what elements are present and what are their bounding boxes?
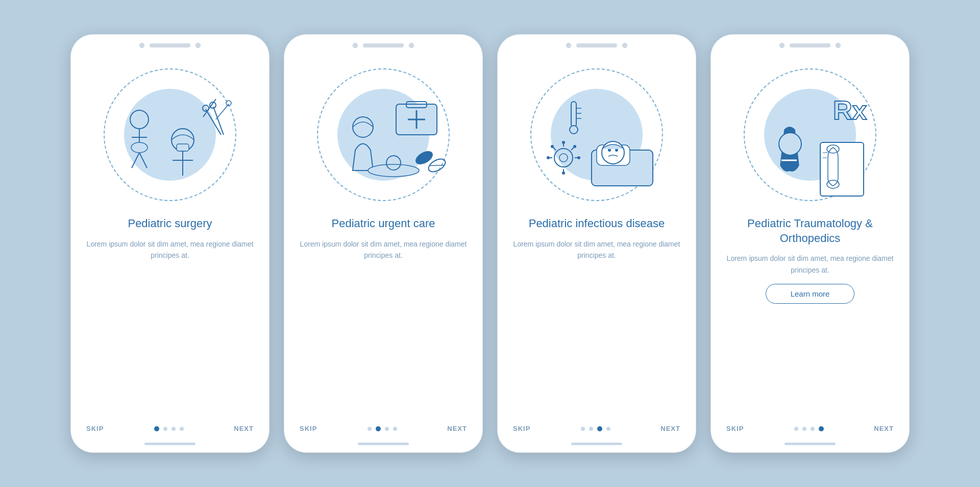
phone-1: Pediatric surgery Lorem ipsum dolor sit …: [70, 34, 270, 453]
learn-more-button[interactable]: Learn more: [766, 284, 855, 304]
phone-3: Pediatric infectious disease Lorem ipsum…: [497, 34, 696, 453]
speaker-2: [363, 43, 404, 47]
phone-bottom-3: SKIP NEXT: [498, 419, 696, 443]
home-indicator-3: [571, 443, 622, 445]
phone-top-bar-2: [284, 35, 482, 53]
next-button-2[interactable]: NEXT: [447, 425, 467, 432]
svg-line-44: [571, 148, 574, 150]
illustration-area-3: [515, 58, 678, 211]
phone-content-4: Pediatric Traumatology & Orthopedics Lor…: [711, 211, 909, 419]
svg-rect-7: [177, 144, 189, 151]
infectious-disease-illustration: [530, 68, 663, 201]
svg-line-26: [429, 159, 445, 172]
card-title-3: Pediatric infectious disease: [529, 216, 665, 231]
dot-2-1: [368, 427, 372, 431]
phone-content-2: Pediatric urgent care Lorem ipsum dolor …: [284, 211, 482, 419]
dot-2-3: [385, 427, 389, 431]
svg-point-0: [130, 110, 149, 129]
svg-point-28: [570, 126, 578, 134]
camera-5: [566, 43, 571, 48]
card-description-2: Lorem ipsum dolor sit dim amet, mea regi…: [300, 238, 467, 261]
next-button-1[interactable]: NEXT: [234, 425, 254, 432]
dot-4-3: [811, 427, 815, 431]
dot-3-active: [597, 426, 602, 431]
svg-line-3: [132, 153, 139, 168]
orthopedics-illustration: Rx: [744, 68, 876, 201]
camera-8: [836, 43, 841, 48]
phone-content-1: Pediatric surgery Lorem ipsum dolor sit …: [71, 211, 269, 419]
next-button-4[interactable]: NEXT: [874, 425, 894, 432]
dot-2: [163, 427, 167, 431]
nav-dots-2: [368, 426, 397, 431]
svg-rect-56: [820, 142, 864, 196]
next-button-3[interactable]: NEXT: [660, 425, 680, 432]
svg-line-4: [139, 153, 147, 168]
svg-point-37: [562, 172, 565, 175]
dot-4-active: [819, 426, 824, 431]
dot-4-2: [802, 427, 806, 431]
phone-bottom-1: SKIP NEXT: [71, 419, 269, 443]
phone-bottom-4: SKIP NEXT: [711, 419, 909, 443]
phone-content-3: Pediatric infectious disease Lorem ipsum…: [498, 211, 696, 419]
card-title-4: Pediatric Traumatology & Orthopedics: [726, 216, 894, 246]
svg-point-55: [779, 133, 801, 155]
phone-bottom-2: SKIP NEXT: [284, 419, 482, 443]
svg-point-45: [573, 145, 576, 148]
dot-2-active: [376, 426, 381, 431]
camera-4: [409, 43, 414, 48]
dot-4-1: [794, 427, 798, 431]
phone-2: Pediatric urgent care Lorem ipsum dolor …: [284, 34, 483, 453]
skip-button-3[interactable]: SKIP: [513, 425, 530, 432]
svg-rect-27: [571, 102, 576, 127]
skip-button-1[interactable]: SKIP: [86, 425, 104, 432]
dot-1-active: [154, 426, 159, 431]
phone-top-bar-3: [498, 35, 696, 53]
nav-dots-3: [581, 426, 610, 431]
nav-dots-1: [154, 426, 184, 431]
phones-container: Pediatric surgery Lorem ipsum dolor sit …: [70, 34, 910, 453]
card-title-2: Pediatric urgent care: [332, 216, 435, 231]
speaker-4: [790, 43, 830, 47]
skip-button-4[interactable]: SKIP: [726, 425, 744, 432]
dot-3-2: [589, 427, 593, 431]
skip-button-2[interactable]: SKIP: [300, 425, 317, 432]
phone-top-bar-4: [711, 35, 909, 53]
illustration-area-4: Rx: [728, 58, 892, 211]
svg-text:Rx: Rx: [833, 95, 867, 125]
svg-point-24: [413, 149, 434, 166]
svg-point-16: [226, 101, 231, 106]
nav-dots-4: [794, 426, 824, 431]
svg-point-5: [131, 142, 148, 153]
svg-point-35: [562, 141, 565, 144]
svg-line-42: [553, 148, 556, 150]
illustration-area-1: [88, 58, 252, 211]
dot-3: [172, 427, 176, 431]
dot-4: [180, 427, 184, 431]
camera-2: [195, 43, 201, 48]
svg-line-15: [216, 104, 229, 119]
card-description-4: Lorem ipsum dolor sit dim amet, mea regi…: [726, 253, 894, 276]
dot-3-4: [606, 427, 610, 431]
svg-point-41: [577, 156, 580, 159]
dot-3-1: [581, 427, 585, 431]
svg-point-39: [547, 156, 550, 159]
home-indicator-2: [358, 443, 409, 445]
illustration-area-2: [302, 58, 465, 211]
camera-3: [353, 43, 358, 48]
home-indicator-1: [144, 443, 195, 445]
home-indicator-4: [785, 443, 836, 445]
urgent-care-illustration: [317, 68, 450, 201]
speaker-1: [150, 43, 190, 47]
svg-point-33: [559, 154, 568, 162]
surgery-illustration: [104, 68, 236, 201]
dot-2-4: [393, 427, 397, 431]
card-title-1: Pediatric surgery: [128, 216, 212, 231]
camera-6: [622, 43, 627, 48]
card-description-3: Lorem ipsum dolor sit dim amet, mea regi…: [513, 238, 680, 261]
svg-point-43: [551, 145, 554, 148]
phone-top-bar-1: [71, 35, 269, 53]
camera-1: [139, 43, 144, 48]
speaker-3: [576, 43, 617, 47]
card-description-1: Lorem ipsum dolor sit dim amet, mea regi…: [86, 238, 254, 261]
camera-7: [779, 43, 785, 48]
